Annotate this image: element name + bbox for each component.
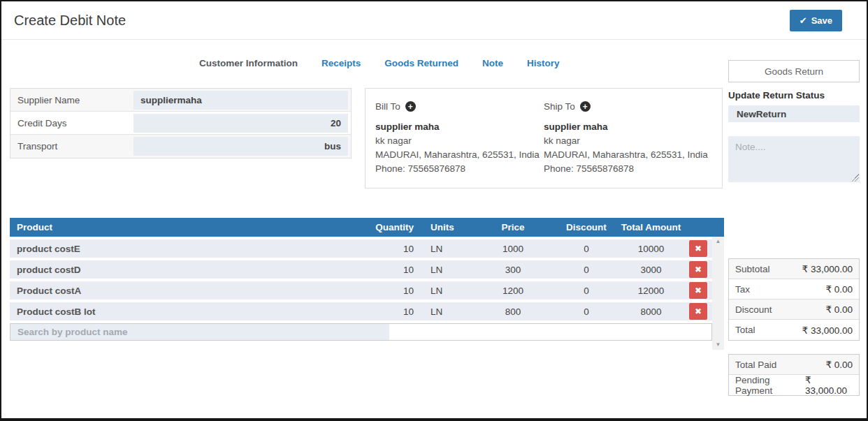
cell-price: 300: [471, 265, 555, 275]
supplier-form: Supplier Name Credit Days Transport: [10, 88, 352, 158]
ship-to-heading: Ship To: [544, 101, 575, 112]
bill-to-phone: Phone: 75565876878: [375, 162, 544, 176]
goods-return-button[interactable]: Goods Return: [728, 60, 860, 82]
cell-quantity: 10: [373, 286, 422, 296]
cell-total: 8000: [618, 306, 684, 317]
table-row: Product costB lot 10 LN 800 0 8000 ✖: [10, 302, 712, 320]
cell-discount: 0: [555, 306, 618, 317]
product-search-row: [10, 323, 712, 341]
supplier-name-label: Supplier Name: [10, 95, 133, 105]
subtotal-value: ₹ 33,000.00: [802, 263, 853, 274]
cell-price: 800: [471, 306, 555, 317]
product-table: Product Quantity Units Price Discount To…: [10, 218, 724, 341]
delete-row-button[interactable]: ✖: [689, 282, 707, 299]
total-label: Total: [735, 325, 755, 335]
scroll-up-icon[interactable]: ▲: [716, 239, 721, 244]
discount-value: ₹ 0.00: [825, 304, 853, 315]
subtotal-label: Subtotal: [735, 264, 770, 274]
delete-row-button[interactable]: ✖: [689, 303, 707, 320]
ship-to-block: Ship To + supplier maha kk nagar MADURAI…: [544, 101, 712, 175]
credit-days-row: Credit Days: [10, 112, 351, 135]
header-product: Product: [10, 222, 373, 232]
note-textarea[interactable]: [728, 136, 860, 182]
header-bar: Create Debit Note ✔ Save: [1, 1, 867, 40]
save-button-label: Save: [811, 15, 832, 26]
total-value: ₹ 33,000.00: [802, 325, 853, 336]
transport-input[interactable]: [133, 137, 348, 156]
tab-bar: Customer Information Receipts Goods Retu…: [199, 58, 560, 68]
bill-to-block: Bill To + supplier maha kk nagar MADURAI…: [375, 101, 544, 175]
discount-row: Discount ₹ 0.00: [729, 300, 859, 320]
header-price: Price: [471, 222, 555, 232]
payment-summary: Total Paid ₹ 0.00 Pending Payment ₹ 33,0…: [728, 354, 860, 396]
delete-row-button[interactable]: ✖: [689, 240, 707, 257]
cell-units: LN: [422, 286, 471, 296]
cell-total: 10000: [618, 244, 684, 254]
tax-label: Tax: [735, 284, 750, 295]
pending-payment-row: Pending Payment ₹ 33,000.00: [729, 375, 859, 395]
subtotal-row: Subtotal ₹ 33,000.00: [729, 259, 859, 279]
total-paid-row: Total Paid ₹ 0.00: [729, 355, 859, 375]
tab-receipts[interactable]: Receipts: [321, 58, 361, 68]
address-panel: Bill To + supplier maha kk nagar MADURAI…: [365, 88, 723, 189]
credit-days-label: Credit Days: [10, 118, 133, 128]
credit-days-input[interactable]: [133, 114, 348, 133]
cell-units: LN: [422, 265, 471, 275]
delete-row-button[interactable]: ✖: [689, 261, 707, 278]
product-search-input[interactable]: [10, 324, 389, 340]
cell-quantity: 10: [373, 244, 422, 254]
ship-to-line1: kk nagar: [544, 134, 712, 148]
table-row: product costD 10 LN 300 0 3000 ✖: [10, 260, 712, 279]
cell-price: 1200: [471, 286, 555, 296]
create-debit-note-page: Create Debit Note ✔ Save Customer Inform…: [0, 0, 868, 421]
tab-customer-information[interactable]: Customer Information: [199, 58, 298, 68]
ship-to-phone: Phone: 75565876878: [544, 162, 712, 176]
discount-label: Discount: [735, 304, 772, 315]
return-status-select[interactable]: NewReturn: [728, 105, 860, 122]
bill-to-line2: MADURAI, Maharashtra, 625531, India: [375, 148, 544, 162]
ship-to-add-icon[interactable]: +: [580, 101, 591, 112]
check-icon: ✔: [800, 15, 807, 26]
table-scrollbar[interactable]: ▲ ▼: [712, 237, 724, 350]
bill-to-name: supplier maha: [375, 120, 544, 134]
cell-total: 3000: [618, 265, 684, 275]
cell-units: LN: [422, 306, 471, 317]
update-return-status-label: Update Return Status: [728, 90, 825, 101]
cell-product: Product costB lot: [10, 306, 373, 317]
total-paid-label: Total Paid: [735, 360, 776, 370]
cell-price: 1000: [471, 244, 555, 254]
cell-discount: 0: [555, 265, 618, 275]
supplier-name-row: Supplier Name: [10, 89, 351, 112]
total-paid-value: ₹ 0.00: [825, 359, 853, 370]
transport-label: Transport: [10, 141, 133, 152]
delete-icon: ✖: [695, 286, 702, 295]
tab-goods-returned[interactable]: Goods Returned: [384, 58, 458, 68]
delete-icon: ✖: [695, 265, 702, 274]
bill-to-heading: Bill To: [375, 101, 400, 112]
page-title: Create Debit Note: [14, 13, 126, 29]
transport-row: Transport: [10, 135, 351, 158]
header-discount: Discount: [555, 222, 618, 232]
supplier-name-input[interactable]: [133, 91, 348, 110]
ship-to-name: supplier maha: [544, 120, 712, 134]
tab-note[interactable]: Note: [482, 58, 503, 68]
product-table-header: Product Quantity Units Price Discount To…: [10, 218, 724, 237]
delete-icon: ✖: [695, 306, 702, 316]
delete-icon: ✖: [695, 244, 702, 253]
cell-quantity: 10: [373, 306, 422, 317]
header-units: Units: [422, 222, 471, 232]
bill-to-add-icon[interactable]: +: [405, 101, 416, 112]
scroll-down-icon[interactable]: ▼: [716, 342, 721, 348]
cell-quantity: 10: [373, 265, 422, 275]
total-row: Total ₹ 33,000.00: [729, 320, 859, 340]
pending-payment-label: Pending Payment: [735, 375, 805, 396]
product-table-body: product costE 10 LN 1000 0 10000 ✖ produ…: [10, 239, 712, 341]
cell-product: product costE: [10, 244, 373, 254]
cell-total: 12000: [618, 286, 684, 296]
tab-history[interactable]: History: [527, 58, 560, 68]
table-row: product costE 10 LN 1000 0 10000 ✖: [10, 239, 712, 258]
cell-units: LN: [422, 244, 471, 254]
header-quantity: Quantity: [373, 222, 422, 232]
save-button[interactable]: ✔ Save: [790, 10, 842, 31]
header-total-amount: Total Amount: [618, 222, 684, 232]
